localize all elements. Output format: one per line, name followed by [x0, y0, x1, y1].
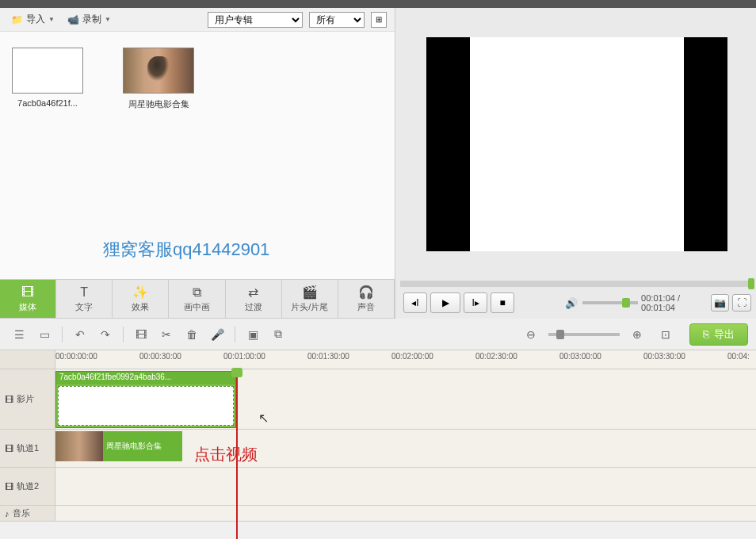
- scissors-icon: ✂: [162, 328, 171, 341]
- view-grid-button[interactable]: ⊞: [371, 12, 387, 28]
- preview-area: [395, 8, 756, 281]
- track-name: 轨道2: [17, 480, 39, 492]
- tab-effect[interactable]: ✨ 效果: [113, 280, 169, 318]
- fullscreen-button[interactable]: ⛶: [732, 294, 750, 312]
- plus-icon: ⊕: [632, 328, 642, 341]
- ruler-tick: 00:01:00:00: [223, 352, 265, 361]
- scrub-handle[interactable]: [748, 278, 754, 289]
- record-button[interactable]: 📹 录制 ▼: [64, 11, 114, 28]
- preview-canvas[interactable]: [426, 37, 727, 251]
- delete-button[interactable]: 🗑: [181, 325, 203, 344]
- chevron-down-icon: ▼: [48, 16, 55, 23]
- zoom-in-button[interactable]: ⊕: [626, 325, 648, 344]
- play-button[interactable]: ▶: [430, 292, 460, 313]
- export-icon: ⎘: [703, 328, 709, 340]
- ruler-tick: 00:02:30:00: [475, 352, 517, 361]
- media-thumbnail: [12, 48, 83, 94]
- voice-button[interactable]: 🎤: [206, 325, 228, 344]
- ruler-tick: 00:04:: [727, 352, 750, 361]
- settings-button[interactable]: ☰: [8, 325, 30, 344]
- track-content[interactable]: 7acb0a46f21fbe0992a4bab36...: [55, 369, 756, 429]
- gear-icon: ☰: [14, 328, 25, 341]
- tab-intro[interactable]: 🎬 片头/片尾: [282, 280, 338, 318]
- video-clip[interactable]: 周星驰电影合集: [55, 431, 182, 461]
- clip-thumbnail: [55, 431, 103, 461]
- zoom-handle[interactable]: [556, 330, 564, 339]
- tab-label: 效果: [132, 301, 149, 313]
- filter-select[interactable]: 所有: [309, 12, 365, 28]
- track-content[interactable]: [55, 468, 756, 505]
- intro-icon: 🎬: [302, 285, 318, 300]
- cut-button[interactable]: ✂: [155, 325, 178, 344]
- tab-media[interactable]: 🎞 媒体: [0, 280, 56, 318]
- ruler-tick: 00:00:00:00: [55, 352, 97, 361]
- timeline-ruler[interactable]: 00:00:00:00 00:00:30:00 00:01:00:00 00:0…: [0, 350, 756, 369]
- track-content[interactable]: 周星驰电影合集: [55, 430, 756, 467]
- stop-button[interactable]: ■: [491, 292, 514, 313]
- sound-icon: 🎧: [358, 285, 374, 300]
- scrub-bar[interactable]: [400, 281, 754, 287]
- music-track: ♪ 音乐: [0, 506, 756, 522]
- media-item-label: 周星驰电影合集: [128, 98, 189, 110]
- chevron-down-icon: ▼: [105, 16, 111, 23]
- redo-button[interactable]: ↷: [94, 325, 116, 344]
- edit-button[interactable]: 🎞: [130, 325, 152, 344]
- ruler-tick: 00:01:30:00: [307, 352, 349, 361]
- export-button[interactable]: ⎘ 导出: [689, 323, 748, 346]
- video-clip[interactable]: 7acb0a46f21fbe0992a4bab36...: [55, 371, 236, 428]
- crop-button[interactable]: ▣: [242, 325, 264, 344]
- next-frame-button[interactable]: I▸: [464, 292, 487, 313]
- clip-thumbnail: [58, 386, 234, 426]
- fullscreen-icon: ⛶: [737, 297, 746, 308]
- fit-icon: ⊡: [661, 328, 670, 341]
- import-button[interactable]: 📁 导入 ▼: [8, 11, 58, 28]
- time-display: 00:01:04 / 00:01:04: [641, 293, 703, 312]
- camera-icon: 📹: [67, 14, 79, 25]
- media-item[interactable]: 周星驰电影合集: [119, 48, 198, 110]
- tab-strip: 🎞 媒体 T 文字 ✨ 效果 ⧉ 画中画 ⇄ 过渡 🎬 片头/片尾: [0, 279, 395, 319]
- pip-icon: ⧉: [193, 285, 201, 300]
- import-label: 导入: [26, 13, 45, 26]
- film-icon: 🎞: [5, 482, 13, 491]
- preview-content: [470, 37, 684, 251]
- timeline-toolbar: ☰ ▭ ↶ ↷ 🎞 ✂ 🗑 🎤 ▣ ⧉ ⊖ ⊕ ⊡ ⎘ 导出: [0, 319, 756, 350]
- snapshot-button[interactable]: 📷: [711, 294, 729, 312]
- playhead[interactable]: [236, 369, 238, 539]
- media-item[interactable]: 7acb0a46f21f...: [8, 48, 87, 108]
- tab-pip[interactable]: ⧉ 画中画: [169, 280, 225, 318]
- track-name: 音乐: [13, 507, 30, 519]
- marker-button[interactable]: ▭: [33, 325, 55, 344]
- tab-transition[interactable]: ⇄ 过渡: [226, 280, 282, 318]
- track-name: 轨道1: [17, 442, 39, 454]
- tab-label: 文字: [75, 301, 93, 313]
- tab-sound[interactable]: 🎧 声音: [338, 280, 395, 318]
- play-icon: ▶: [442, 297, 449, 308]
- undo-icon: ↶: [75, 328, 85, 341]
- mic-icon: 🎤: [211, 328, 224, 341]
- clip-label: 周星驰电影合集: [103, 431, 182, 461]
- track-content[interactable]: [55, 506, 756, 521]
- text-icon: T: [80, 285, 88, 300]
- zoom-out-button[interactable]: ⊖: [520, 325, 542, 344]
- volume-icon[interactable]: 🔊: [565, 297, 578, 309]
- prev-frame-button[interactable]: ◂I: [403, 292, 427, 313]
- track-label: 🎞 轨道1: [0, 430, 55, 467]
- undo-button[interactable]: ↶: [69, 325, 91, 344]
- marker-icon: ▭: [40, 328, 50, 341]
- music-icon: ♪: [5, 509, 10, 518]
- zoom-fit-button[interactable]: ⊡: [655, 325, 677, 344]
- minus-icon: ⊖: [526, 328, 536, 341]
- zoom-slider[interactable]: [548, 333, 620, 336]
- album-select[interactable]: 用户专辑: [208, 12, 303, 28]
- media-panel: 📁 导入 ▼ 📹 录制 ▼ 用户专辑 所有 ⊞ 7acb0a46f21f.: [0, 8, 395, 319]
- redo-icon: ↷: [101, 328, 110, 341]
- prev-frame-icon: ◂I: [411, 297, 418, 308]
- track-label: ♪ 音乐: [0, 506, 55, 521]
- track-label: 🎞 轨道2: [0, 468, 55, 505]
- tab-text[interactable]: T 文字: [56, 280, 113, 318]
- volume-slider[interactable]: [582, 301, 638, 304]
- volume-handle[interactable]: [622, 298, 630, 308]
- group-button[interactable]: ⧉: [267, 325, 289, 344]
- edit-icon: 🎞: [136, 328, 147, 341]
- clip-label: 7acb0a46f21fbe0992a4bab36...: [56, 372, 235, 384]
